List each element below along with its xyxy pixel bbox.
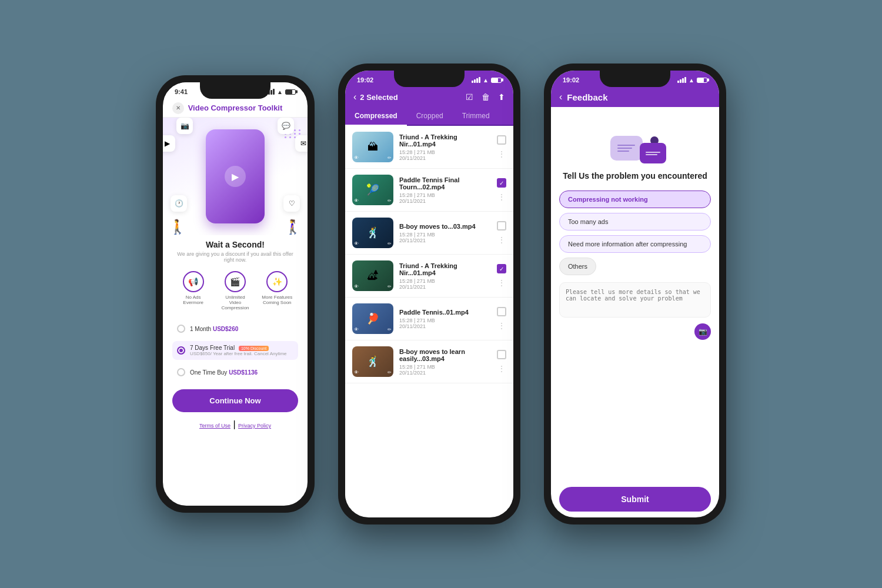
video-name-4: Triund - A Trekking Nir...01.mp4 xyxy=(399,262,491,276)
video-meta-1: 15:28 | 271 MB xyxy=(399,149,491,155)
continue-button[interactable]: Continue Now xyxy=(172,389,298,412)
video-actions-6: ⋮ xyxy=(497,350,506,373)
video-date-2: 20/11/2021 xyxy=(399,198,491,204)
camera-button[interactable]: 📷 xyxy=(694,323,711,340)
eye-icon-3: 👁 xyxy=(354,241,359,246)
plan-trial-text: 7 Days Free Trial 10% Discount xyxy=(190,345,287,351)
more-icon-3[interactable]: ⋮ xyxy=(497,235,506,245)
back-button-2[interactable]: ‹ xyxy=(353,92,356,102)
option-too-many-ads[interactable]: Too many ads xyxy=(559,213,711,230)
video-actions-4: ✓ ⋮ xyxy=(497,264,506,288)
video-checkbox-1[interactable] xyxy=(497,135,506,145)
play-icon: ▶ xyxy=(225,166,246,187)
list-item: 🎾 👁 ✏ Paddle Tennis Final Tourn...02.mp4… xyxy=(345,169,513,212)
tab-trimmed[interactable]: Trimmed xyxy=(453,107,499,126)
submit-button[interactable]: Submit xyxy=(559,487,711,512)
share-icon[interactable]: ⬆ xyxy=(498,92,505,102)
email-hero-icon: ✉ xyxy=(295,135,308,152)
feedback-options: Compressing not working Too many ads Nee… xyxy=(559,191,711,275)
video-thumbnail-3[interactable]: 🕺 👁 ✏ xyxy=(352,218,393,248)
list-item: 🕺 👁 ✏ B-boy moves to learn easily...03.m… xyxy=(345,340,513,383)
app-header-1: ✕ Video Compressor Toolkit xyxy=(163,99,308,118)
close-button-1[interactable]: ✕ xyxy=(172,102,184,114)
plan-trial[interactable]: 7 Days Free Trial 10% Discount USD$650/ … xyxy=(172,341,298,360)
phone-notch-3 xyxy=(600,71,670,87)
video-thumbnail-5[interactable]: 🏓 👁 ✏ xyxy=(352,303,393,334)
video-checkbox-5[interactable] xyxy=(497,307,506,316)
promo-subtitle: We are giving you a discount if you avai… xyxy=(172,251,298,263)
more-icon-4[interactable]: ⋮ xyxy=(497,278,506,288)
more-icon-2[interactable]: ⋮ xyxy=(497,192,506,202)
eye-icon-6: 👁 xyxy=(354,370,359,375)
video-thumbnail-2[interactable]: 🎾 👁 ✏ xyxy=(352,175,393,205)
wifi-icon-1: ▲ xyxy=(277,89,283,95)
feedback-textarea[interactable] xyxy=(559,282,711,318)
back-button-3[interactable]: ‹ xyxy=(559,92,562,102)
video-date-3: 20/11/2021 xyxy=(399,238,491,243)
feedback-illustration xyxy=(559,116,711,163)
plan-onetime-text: One Time Buy USD$1136 xyxy=(190,369,258,376)
footer-links: Terms of Use | Privacy Policy xyxy=(163,417,308,432)
list-header: ‹ 2 Selected ☑ 🗑 ⬆ xyxy=(345,87,513,107)
phone-1: 9:41 ▲ ✕ Video Compressor Toolkit xyxy=(156,75,315,513)
video-date-5: 20/11/2021 xyxy=(399,323,491,329)
plan-monthly-radio[interactable] xyxy=(177,325,185,333)
wifi-icon-2: ▲ xyxy=(483,77,489,83)
video-thumbnail-1[interactable]: 🏔 👁 ✏ xyxy=(352,132,393,162)
clock-hero-icon: 🕐 xyxy=(171,195,187,212)
video-thumbnail-6[interactable]: 🕺 👁 ✏ xyxy=(352,346,393,377)
video-checkbox-6[interactable] xyxy=(497,350,506,359)
plan-trial-radio[interactable] xyxy=(177,346,185,355)
video-checkbox-3[interactable] xyxy=(497,221,506,230)
footer-separator: | xyxy=(233,419,238,429)
more-icon-5[interactable]: ⋮ xyxy=(497,321,506,330)
battery-icon-1 xyxy=(285,89,296,95)
plan-onetime[interactable]: One Time Buy USD$1136 xyxy=(172,365,298,380)
edit-icon-4: ✏ xyxy=(387,284,392,289)
more-features-icon: ✨ xyxy=(266,271,288,292)
phone-2: 19:02 ▲ ‹ 2 Selected ☑ 🗑 ⬆ xyxy=(338,64,520,524)
feedback-textarea-wrap: 📷 xyxy=(559,282,711,340)
tab-cropped[interactable]: Cropped xyxy=(407,107,453,126)
video-checkbox-4[interactable]: ✓ xyxy=(497,264,506,273)
video-meta-6: 15:28 | 271 MB xyxy=(399,364,491,370)
delete-icon[interactable]: 🗑 xyxy=(482,92,490,102)
edit-icon-2: ✏ xyxy=(387,198,392,203)
tab-compressed[interactable]: Compressed xyxy=(345,107,407,126)
more-icon-6[interactable]: ⋮ xyxy=(497,364,506,373)
option-need-more-info[interactable]: Need more information after compressing xyxy=(559,235,711,253)
more-features-label: More Features Coming Soon xyxy=(261,295,293,305)
status-icons-1: ▲ xyxy=(266,89,296,95)
chat-hero-icon: 💬 xyxy=(278,118,294,134)
video-actions-3: ⋮ xyxy=(497,221,506,245)
option-compressing[interactable]: Compressing not working xyxy=(559,191,711,208)
promo-title: Wait a Second! xyxy=(172,240,298,249)
video-info-1: Triund - A Trekking Nir...01.mp4 15:28 |… xyxy=(399,133,491,161)
more-icon-1[interactable]: ⋮ xyxy=(497,149,506,159)
terms-link[interactable]: Terms of Use xyxy=(199,423,230,429)
video-meta-4: 15:28 | 271 MB xyxy=(399,278,491,284)
select-all-icon[interactable]: ☑ xyxy=(466,92,473,102)
features-section: 📢 No Ads Evermore 🎬 Unlimited Video Comp… xyxy=(163,265,308,316)
video-actions-2: ✓ ⋮ xyxy=(497,178,506,202)
video-actions-5: ⋮ xyxy=(497,307,506,330)
video-checkbox-2[interactable]: ✓ xyxy=(497,178,506,188)
play-hero-icon: ▶ xyxy=(163,135,175,152)
video-info-3: B-boy moves to...03.mp4 15:28 | 271 MB 2… xyxy=(399,223,491,243)
plan-monthly[interactable]: 1 Month USD$260 xyxy=(172,321,298,336)
question-text: Tell Us the problem you encountered xyxy=(559,171,711,182)
phone-3: 19:02 ▲ ‹ Feedback xyxy=(544,64,726,524)
unlimited-label: Unlimited Video Compression xyxy=(219,295,251,310)
no-ads-label: No Ads Evermore xyxy=(177,295,209,305)
signal-icon-2 xyxy=(472,77,480,83)
privacy-link[interactable]: Privacy Policy xyxy=(238,423,271,429)
option-others[interactable]: Others xyxy=(559,258,596,275)
plan-trial-sub: USD$650/ Year after free trail. Cancel A… xyxy=(190,351,287,356)
hero-section: ▶ 📷 ▶ 🕐 💬 ✉ ♡ 🚶 🚶‍♀️ xyxy=(163,118,308,235)
discount-badge: 10% Discount xyxy=(239,346,269,351)
selected-count: 2 Selected xyxy=(360,93,397,102)
feedback-question: Tell Us the problem you encountered xyxy=(559,171,711,182)
video-thumbnail-4[interactable]: 🏕 👁 ✏ xyxy=(352,260,393,291)
video-info-4: Triund - A Trekking Nir...01.mp4 15:28 |… xyxy=(399,262,491,290)
plan-onetime-radio[interactable] xyxy=(177,368,185,376)
